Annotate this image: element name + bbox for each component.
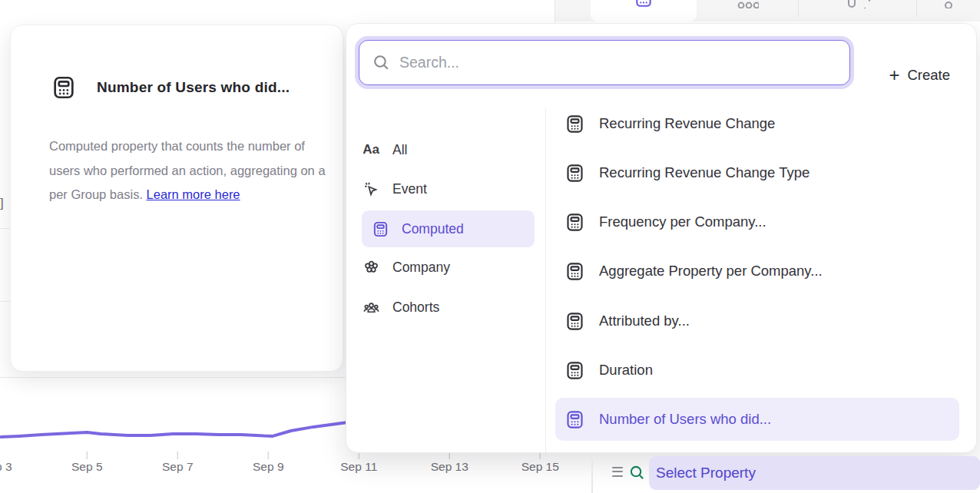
- background-row-divider: [0, 228, 10, 229]
- category-item-computed[interactable]: Computed: [362, 210, 535, 247]
- result-item-selected[interactable]: Number of Users who did...: [555, 398, 959, 441]
- text-aa-icon: Aa: [362, 142, 380, 157]
- report-type-tabbar: [555, 0, 980, 22]
- property-picker-panel: + Create Aa All Event: [346, 23, 977, 453]
- category-item-cohorts[interactable]: Cohorts: [362, 294, 439, 320]
- result-item[interactable]: Attributed by...: [555, 299, 959, 342]
- result-label: Aggregate Property per Company...: [599, 263, 823, 280]
- cursor-click-icon: [362, 180, 380, 197]
- category-label: All: [392, 142, 407, 158]
- tab-computed[interactable]: [591, 0, 697, 22]
- calculator-icon: [564, 311, 585, 332]
- svg-text:Sep 3: Sep 3: [0, 460, 12, 473]
- company-cluster-icon: [362, 259, 380, 276]
- three-dots-icon: [736, 0, 759, 8]
- result-label: Attributed by...: [599, 313, 690, 329]
- category-column: Aa All Event: [346, 108, 545, 454]
- result-item[interactable]: Recurring Revenue Change: [555, 102, 959, 145]
- panel-column-divider: [545, 108, 546, 452]
- category-label: Cohorts: [392, 299, 439, 316]
- result-item[interactable]: Recurring Revenue Change Type: [555, 151, 959, 194]
- svg-text:Sep 5: Sep 5: [71, 460, 103, 473]
- svg-text:Sep 11: Sep 11: [340, 460, 377, 473]
- circle-icon: [937, 0, 960, 8]
- svg-text:Sep 7: Sep 7: [162, 460, 194, 473]
- calculator-icon: [564, 360, 585, 381]
- property-search-icon[interactable]: [628, 464, 646, 485]
- svg-text:Sep 9: Sep 9: [253, 460, 284, 473]
- calculator-icon: [371, 220, 389, 238]
- tab-report-2[interactable]: [697, 0, 798, 22]
- svg-text:Sep 15: Sep 15: [521, 460, 559, 473]
- aa-glyph: Aa: [363, 142, 379, 157]
- result-item[interactable]: Frequency per Company...: [555, 200, 959, 243]
- create-button-label: Create: [907, 67, 950, 84]
- app-root: ] Sep 3Sep 5Sep 7Sep 9Sep 11Sep 13Sep 15: [0, 0, 980, 493]
- calculator-icon: [564, 163, 585, 184]
- calculator-icon: [564, 409, 585, 430]
- learn-more-link[interactable]: Learn more here: [147, 187, 240, 201]
- clipped-background-text: ]: [0, 196, 4, 211]
- result-label: Frequency per Company...: [599, 213, 766, 230]
- category-label: Computed: [402, 221, 464, 237]
- result-item[interactable]: Aggregate Property per Company...: [555, 250, 959, 293]
- tooltip-title: Number of Users who did...: [97, 79, 290, 96]
- tab-report-4[interactable]: [916, 0, 980, 22]
- property-tooltip-card: Number of Users who did... Computed prop…: [10, 25, 343, 372]
- category-item-company[interactable]: Company: [362, 254, 450, 280]
- tab-report-3[interactable]: [798, 0, 916, 22]
- category-label: Company: [392, 260, 450, 276]
- result-label: Number of Users who did...: [599, 411, 771, 428]
- people-group-icon: [362, 299, 380, 316]
- drag-handle-icon[interactable]: [612, 467, 623, 479]
- calculator-icon: [564, 212, 585, 233]
- category-label: Event: [392, 181, 427, 197]
- tooltip-description: Computed property that counts the number…: [49, 134, 327, 207]
- search-input[interactable]: [359, 40, 850, 85]
- result-label: Recurring Revenue Change: [599, 115, 775, 132]
- calculator-icon: [564, 114, 585, 134]
- calculator-icon: [564, 261, 585, 282]
- plus-icon: +: [889, 68, 899, 83]
- calculator-icon: [632, 0, 655, 8]
- select-property-label: Select Property: [656, 465, 756, 481]
- category-item-event[interactable]: Event: [362, 176, 427, 202]
- result-label: Duration: [599, 362, 653, 379]
- select-property-field[interactable]: Select Property: [649, 456, 980, 490]
- result-item[interactable]: Duration: [555, 349, 959, 392]
- calculator-icon: [51, 74, 77, 101]
- background-row-divider: [0, 301, 10, 302]
- result-label: Recurring Revenue Change Type: [599, 164, 809, 181]
- bottom-row-divider: [591, 458, 593, 493]
- category-item-all[interactable]: Aa All: [362, 137, 407, 163]
- curve-icon: [844, 0, 870, 8]
- svg-text:Sep 13: Sep 13: [431, 460, 468, 473]
- create-button[interactable]: + Create: [889, 67, 950, 84]
